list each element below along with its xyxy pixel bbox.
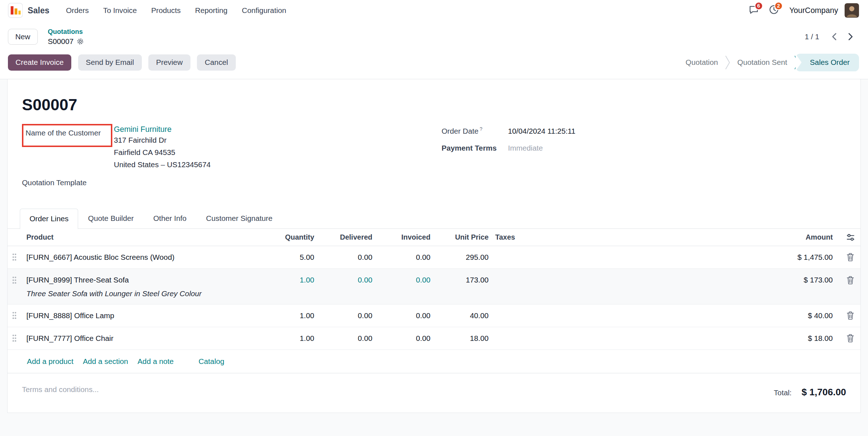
- tab-customer-signature[interactable]: Customer Signature: [196, 208, 282, 228]
- menu-reporting[interactable]: Reporting: [188, 3, 234, 18]
- sales-app-icon[interactable]: [8, 3, 23, 18]
- add-section-link[interactable]: Add a section: [83, 357, 128, 366]
- quotation-template-label[interactable]: Quotation Template: [22, 178, 442, 187]
- cell-quantity[interactable]: 5.00: [253, 253, 314, 262]
- customer-address-line: United States – US12345674: [114, 159, 211, 171]
- create-invoice-button[interactable]: Create Invoice: [8, 54, 72, 71]
- drag-handle-icon[interactable]: [8, 311, 21, 320]
- stage-separator-icon: [725, 55, 730, 70]
- send-by-email-button[interactable]: Send by Email: [78, 54, 142, 71]
- customer-section: Name of the Customer Gemini Furniture 31…: [22, 124, 442, 187]
- customer-address-line: Fairfield CA 94535: [114, 146, 211, 159]
- cell-unit-price[interactable]: 18.00: [431, 334, 489, 343]
- cell-delivered[interactable]: 0.00: [314, 276, 372, 284]
- cell-amount: $ 173.00: [746, 276, 840, 284]
- breadcrumb-quotations-link[interactable]: Quotations: [48, 28, 84, 36]
- order-line-row[interactable]: [FURN_8999] Three-Seat Sofa 1.00 0.00 0.…: [8, 269, 860, 304]
- cell-product[interactable]: [FURN_7777] Office Chair: [21, 334, 253, 343]
- help-icon[interactable]: ?: [480, 126, 482, 132]
- stage-quotation-sent[interactable]: Quotation Sent: [730, 54, 794, 71]
- cell-invoiced[interactable]: 0.00: [372, 311, 430, 320]
- drag-handle-icon[interactable]: [8, 334, 21, 342]
- order-date-row: Order Date? 10/04/2024 11:25:11: [441, 126, 846, 135]
- col-taxes[interactable]: Taxes: [489, 233, 746, 241]
- user-avatar[interactable]: [845, 3, 859, 18]
- cell-delivered[interactable]: 0.00: [314, 311, 372, 320]
- drag-handle-icon[interactable]: [8, 253, 21, 261]
- order-line-row[interactable]: [FURN_6667] Acoustic Bloc Screens (Wood)…: [8, 246, 860, 269]
- activities-button[interactable]: 2: [764, 1, 784, 20]
- sale-order-form: S00007 Name of the Customer Gemini Furni…: [7, 79, 861, 413]
- total-block: Total: $ 1,706.00: [774, 385, 846, 397]
- total-amount: $ 1,706.00: [802, 387, 846, 398]
- order-details-section: Order Date? 10/04/2024 11:25:11 Payment …: [441, 124, 846, 187]
- drag-handle-icon[interactable]: [8, 276, 21, 284]
- col-delivered[interactable]: Delivered: [314, 233, 372, 241]
- total-label: Total:: [774, 388, 792, 397]
- cell-delivered[interactable]: 0.00: [314, 334, 372, 343]
- app-name[interactable]: Sales: [28, 6, 49, 15]
- breadcrumb-current-label: S00007: [48, 37, 74, 46]
- cell-quantity[interactable]: 1.00: [253, 311, 314, 320]
- trash-icon[interactable]: [841, 311, 860, 320]
- payment-terms-value[interactable]: Immediate: [508, 144, 543, 152]
- pager-previous-button[interactable]: [826, 28, 842, 45]
- cell-amount: $ 1,475.00: [746, 253, 840, 262]
- activities-badge: 2: [774, 2, 783, 10]
- tab-other-info[interactable]: Other Info: [144, 208, 197, 228]
- col-invoiced[interactable]: Invoiced: [372, 233, 430, 241]
- customer-field-label: Name of the Customer: [26, 129, 101, 137]
- col-quantity[interactable]: Quantity: [253, 233, 314, 241]
- cell-invoiced[interactable]: 0.00: [372, 253, 430, 262]
- stage-pipeline: Quotation Quotation Sent Sales Order: [678, 54, 859, 71]
- payment-terms-row: Payment Terms Immediate: [441, 144, 846, 152]
- col-amount[interactable]: Amount: [746, 233, 840, 241]
- table-footer-links: Add a product Add a section Add a note C…: [8, 350, 860, 373]
- control-panel: New Quotations S00007 1 / 1: [0, 21, 868, 50]
- order-line-row[interactable]: [FURN_8888] Office Lamp 1.00 0.00 0.00 4…: [8, 304, 860, 327]
- company-switcher[interactable]: YourCompany: [789, 6, 838, 15]
- cell-quantity[interactable]: 1.00: [253, 276, 314, 284]
- cancel-button[interactable]: Cancel: [197, 54, 236, 71]
- cell-unit-price[interactable]: 40.00: [431, 311, 489, 320]
- product-description[interactable]: Three Seater Sofa with Lounger in Steel …: [8, 289, 860, 304]
- col-unit-price[interactable]: Unit Price: [431, 233, 489, 241]
- cell-product[interactable]: [FURN_8999] Three-Seat Sofa: [21, 276, 253, 284]
- cell-invoiced[interactable]: 0.00: [372, 276, 430, 284]
- order-lines-table: Product Quantity Delivered Invoiced Unit…: [8, 229, 860, 350]
- new-button[interactable]: New: [8, 29, 38, 45]
- tab-quote-builder[interactable]: Quote Builder: [78, 208, 143, 228]
- menu-products[interactable]: Products: [144, 3, 187, 18]
- cell-quantity[interactable]: 1.00: [253, 334, 314, 343]
- col-product[interactable]: Product: [21, 233, 253, 241]
- trash-icon[interactable]: [841, 276, 860, 284]
- trash-icon[interactable]: [841, 334, 860, 342]
- stage-sales-order-active[interactable]: Sales Order: [796, 54, 859, 71]
- cell-unit-price[interactable]: 295.00: [431, 253, 489, 262]
- stage-quotation[interactable]: Quotation: [678, 54, 725, 71]
- cell-delivered[interactable]: 0.00: [314, 253, 372, 262]
- pager-next-button[interactable]: [842, 28, 859, 45]
- order-line-row[interactable]: [FURN_7777] Office Chair 1.00 0.00 0.00 …: [8, 327, 860, 350]
- cell-product[interactable]: [FURN_8888] Office Lamp: [21, 311, 253, 320]
- add-product-link[interactable]: Add a product: [27, 357, 73, 366]
- order-date-value[interactable]: 10/04/2024 11:25:11: [508, 127, 575, 135]
- menu-to-invoice[interactable]: To Invoice: [96, 3, 143, 18]
- trash-icon[interactable]: [841, 253, 860, 261]
- column-sliders-icon[interactable]: [841, 233, 860, 241]
- menu-orders[interactable]: Orders: [59, 3, 95, 18]
- preview-button[interactable]: Preview: [148, 54, 190, 71]
- cell-product[interactable]: [FURN_6667] Acoustic Bloc Screens (Wood): [21, 253, 253, 262]
- cell-unit-price[interactable]: 173.00: [431, 276, 489, 284]
- cell-invoiced[interactable]: 0.00: [372, 334, 430, 343]
- gear-icon[interactable]: [77, 38, 84, 45]
- record-title: S00007: [22, 96, 846, 114]
- add-note-link[interactable]: Add a note: [138, 357, 174, 366]
- terms-and-conditions-input[interactable]: Terms and conditions...: [22, 385, 99, 394]
- record-pager: 1 / 1: [805, 28, 859, 45]
- catalog-link[interactable]: Catalog: [199, 357, 225, 366]
- customer-name-link[interactable]: Gemini Furniture: [114, 125, 211, 134]
- messages-button[interactable]: 6: [744, 1, 764, 20]
- tab-order-lines[interactable]: Order Lines: [20, 209, 78, 229]
- menu-configuration[interactable]: Configuration: [235, 3, 293, 18]
